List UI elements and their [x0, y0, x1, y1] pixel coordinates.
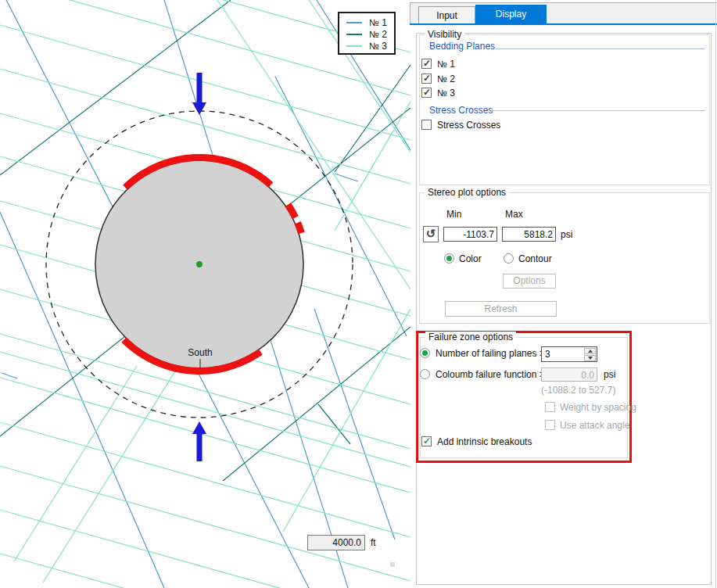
scale-field[interactable]: 4000.0 [307, 535, 365, 550]
radio-contour-label: Contour [518, 254, 552, 264]
refresh-button[interactable]: Refresh [445, 301, 557, 317]
tab-input[interactable]: Input [418, 6, 475, 23]
legend-item: № 3 [339, 40, 394, 52]
legend-item: № 2 [339, 28, 394, 40]
checkbox-stress-crosses-label: Stress Crosses [437, 120, 500, 131]
checkbox-bedding-1-label: № 1 [437, 59, 455, 70]
radio-contour[interactable] [504, 253, 514, 264]
legend-line-swatch-1 [346, 22, 362, 23]
window-right-edge [715, 0, 716, 588]
checkbox-bedding-2[interactable] [421, 74, 432, 84]
legend-item: № 1 [339, 16, 394, 28]
radio-color-label: Color [459, 254, 482, 264]
radio-coloumb-label: Coloumb failure function >= [436, 370, 550, 380]
coloumb-range-hint: (-1088.2 to 527.7) [541, 385, 615, 396]
checkbox-weight-by-spacing-label: Weight by spacing [560, 403, 636, 413]
radio-failing-planes[interactable] [420, 348, 430, 358]
bedding-header-rule [496, 48, 705, 49]
options-button[interactable]: Options [503, 274, 556, 289]
checkbox-weight-by-spacing[interactable] [545, 402, 555, 412]
spinner-down-icon[interactable] [584, 355, 596, 361]
legend-line-swatch-3 [346, 45, 362, 47]
coloumb-value-field[interactable]: 0.0 [541, 368, 597, 382]
checkbox-use-attack-angle[interactable] [545, 420, 555, 430]
checkbox-bedding-1[interactable] [421, 59, 432, 69]
radio-failing-planes-label: Number of failing planes >= [436, 349, 550, 359]
failing-planes-value: 3 [545, 349, 550, 360]
bedding-planes-header: Bedding Planes [429, 41, 495, 52]
reset-minmax-button[interactable]: ↺ [423, 226, 439, 242]
min-label: Min [446, 210, 461, 220]
plot-legend: № 1 № 2 № 3 [338, 12, 396, 55]
coloumb-unit-label: psi [604, 370, 615, 380]
stereo-group-label: Stereo plot options [425, 187, 509, 198]
spinner-up-icon[interactable] [584, 348, 596, 354]
scroll-corner-artifact [390, 562, 395, 567]
legend-label: № 3 [369, 41, 387, 52]
checkbox-add-intrinsic-breakouts[interactable] [421, 436, 432, 446]
max-value-field[interactable]: 5818.2 [502, 227, 556, 242]
svg-text:South: South [188, 347, 212, 358]
failing-planes-spinner[interactable]: 3 [541, 346, 597, 362]
radio-color[interactable] [444, 253, 454, 264]
max-label: Max [505, 210, 523, 220]
radio-coloumb[interactable] [420, 369, 430, 379]
app-window: South № 1 № 2 № 3 4000.0 ft Input Displa… [0, 0, 717, 588]
scale-unit-label: ft [371, 538, 376, 548]
stereo-unit-label: psi [561, 230, 572, 240]
legend-label: № 2 [369, 29, 387, 40]
checkbox-bedding-3[interactable] [421, 88, 432, 98]
stress-crosses-header: Stress Crosses [429, 105, 493, 116]
visibility-group-label: Visibility [425, 29, 464, 40]
checkbox-add-intrinsic-breakouts-label: Add intrinsic breakouts [437, 437, 532, 447]
checkbox-stress-crosses[interactable] [421, 120, 432, 130]
checkbox-bedding-3-label: № 3 [437, 88, 455, 99]
min-value-field[interactable]: -1103.7 [443, 227, 497, 242]
undo-icon: ↺ [426, 227, 436, 240]
legend-label: № 1 [369, 17, 387, 28]
stress-header-rule [491, 110, 705, 111]
legend-line-swatch-2 [346, 34, 362, 35]
failure-group-label: Failure zone options [425, 332, 516, 342]
stereo-plot: South [0, 0, 410, 588]
checkbox-bedding-2-label: № 2 [437, 74, 455, 84]
checkbox-use-attack-angle-label: Use attack angle [560, 421, 629, 431]
tab-display[interactable]: Display [475, 5, 547, 23]
